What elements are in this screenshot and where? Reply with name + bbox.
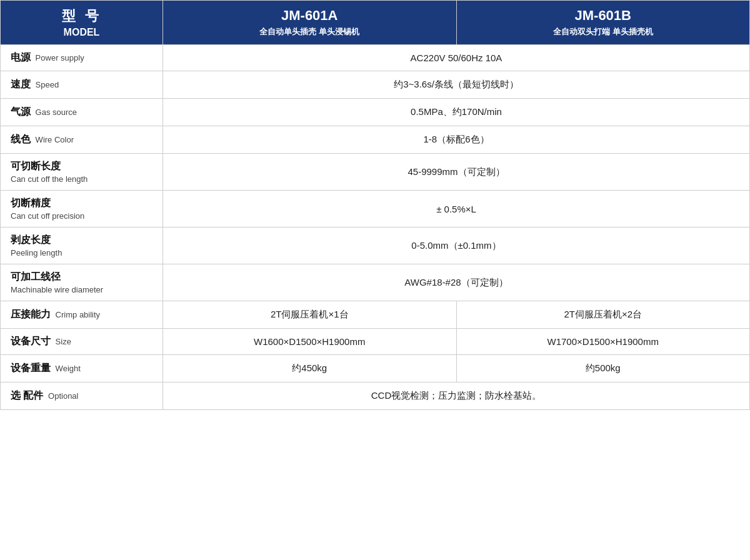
table-row: 线色 Wire Color1-8（标配6色）: [1, 126, 750, 154]
model-label-zh: 型 号: [11, 7, 152, 26]
table-row: 切断精度Can cut off precision± 0.5%×L: [1, 191, 750, 228]
label-zh: 气源: [11, 106, 31, 117]
label-en: Optional: [46, 391, 78, 401]
label-cell: 气源 Gas source: [1, 99, 163, 126]
label-en: Speed: [33, 80, 59, 89]
label-en: Crimp ability: [53, 310, 100, 319]
label-en: Power supply: [33, 53, 84, 62]
table-row: 压接能力 Crimp ability2T伺服压着机×1台2T伺服压着机×2台: [1, 301, 750, 329]
label-zh: 设备重量: [11, 362, 51, 373]
label-zh: 设备尺寸: [11, 336, 51, 346]
value-cell-merged: 0-5.0mm（±0.1mm）: [163, 228, 750, 264]
value-cell-merged: 约3~3.6s/条线（最短切线时）: [163, 71, 750, 99]
table-row: 电源 Power supplyAC220V 50/60Hz 10A: [1, 45, 750, 71]
label-cell: 线色 Wire Color: [1, 126, 163, 154]
label-cell: 速度 Speed: [1, 71, 163, 99]
label-cell: 选 配件 Optional: [1, 382, 163, 410]
label-zh: 线色: [11, 134, 31, 144]
label-cell: 可加工线径Machinable wire diameter: [1, 264, 163, 301]
label-en: Gas source: [33, 108, 77, 117]
label-zh: 剥皮长度: [11, 234, 152, 247]
value-cell-merged: 1-8（标配6色）: [163, 126, 750, 154]
value-cell-merged: ± 0.5%×L: [163, 191, 750, 228]
label-cell: 电源 Power supply: [1, 45, 163, 71]
label-cell: 剥皮长度Peeling length: [1, 228, 163, 264]
product-b-header: JM-601B 全自动双头打端 单头插壳机: [456, 1, 750, 45]
table-row: 选 配件 OptionalCCD视觉检测；压力监测；防水栓基站。: [1, 382, 750, 410]
label-en: Peeling length: [11, 248, 152, 258]
table-row: 剥皮长度Peeling length0-5.0mm（±0.1mm）: [1, 228, 750, 264]
label-zh: 可切断长度: [11, 160, 152, 173]
label-en: Can cut off the length: [11, 174, 152, 184]
model-header: 型 号 MODEL: [1, 1, 163, 45]
table-row: 可加工线径Machinable wire diameterAWG#18-#28（…: [1, 264, 750, 301]
product-b-code: JM-601B: [463, 8, 744, 24]
value-cell-merged: AWG#18-#28（可定制）: [163, 264, 750, 301]
value-cell-b: W1700×D1500×H1900mm: [456, 329, 750, 355]
label-zh: 速度: [11, 79, 31, 89]
value-cell-a: 约450kg: [163, 355, 457, 382]
label-en: Wire Color: [33, 135, 74, 144]
header-row: 型 号 MODEL JM-601A 全自动单头插壳 单头浸锡机 JM-601B …: [1, 1, 750, 45]
label-en: Machinable wire diameter: [11, 285, 152, 294]
value-cell-merged: AC220V 50/60Hz 10A: [163, 45, 750, 71]
label-cell: 设备重量 Weight: [1, 355, 163, 382]
label-zh: 可加工线径: [11, 271, 152, 284]
value-cell-b: 2T伺服压着机×2台: [456, 301, 750, 329]
spec-table: 型 号 MODEL JM-601A 全自动单头插壳 单头浸锡机 JM-601B …: [0, 0, 750, 410]
label-en: Can cut off precision: [11, 211, 152, 221]
value-cell-merged: 45-9999mm（可定制）: [163, 154, 750, 191]
model-label-en: MODEL: [11, 27, 152, 38]
product-b-desc: 全自动双头打端 单头插壳机: [463, 26, 744, 38]
table-row: 速度 Speed约3~3.6s/条线（最短切线时）: [1, 71, 750, 99]
value-cell-merged: CCD视觉检测；压力监测；防水栓基站。: [163, 382, 750, 410]
label-en: Weight: [53, 364, 81, 373]
label-zh: 切断精度: [11, 197, 152, 210]
value-cell-a: 2T伺服压着机×1台: [163, 301, 457, 329]
product-a-desc: 全自动单头插壳 单头浸锡机: [169, 26, 450, 38]
label-cell: 可切断长度Can cut off the length: [1, 154, 163, 191]
label-cell: 设备尺寸 Size: [1, 329, 163, 355]
value-cell-a: W1600×D1500×H1900mm: [163, 329, 457, 355]
value-cell-b: 约500kg: [456, 355, 750, 382]
label-zh: 压接能力: [11, 309, 51, 319]
label-en: Size: [53, 337, 71, 346]
value-cell-merged: 0.5MPa、约170N/min: [163, 99, 750, 126]
label-cell: 切断精度Can cut off precision: [1, 191, 163, 228]
table-row: 设备重量 Weight约450kg约500kg: [1, 355, 750, 382]
table-row: 可切断长度Can cut off the length45-9999mm（可定制…: [1, 154, 750, 191]
product-a-header: JM-601A 全自动单头插壳 单头浸锡机: [163, 1, 457, 45]
table-row: 气源 Gas source0.5MPa、约170N/min: [1, 99, 750, 126]
label-zh: 电源: [11, 52, 31, 62]
table-row: 设备尺寸 SizeW1600×D1500×H1900mmW1700×D1500×…: [1, 329, 750, 355]
label-zh: 选 配件: [11, 390, 43, 401]
label-cell: 压接能力 Crimp ability: [1, 301, 163, 329]
product-a-code: JM-601A: [169, 8, 450, 24]
